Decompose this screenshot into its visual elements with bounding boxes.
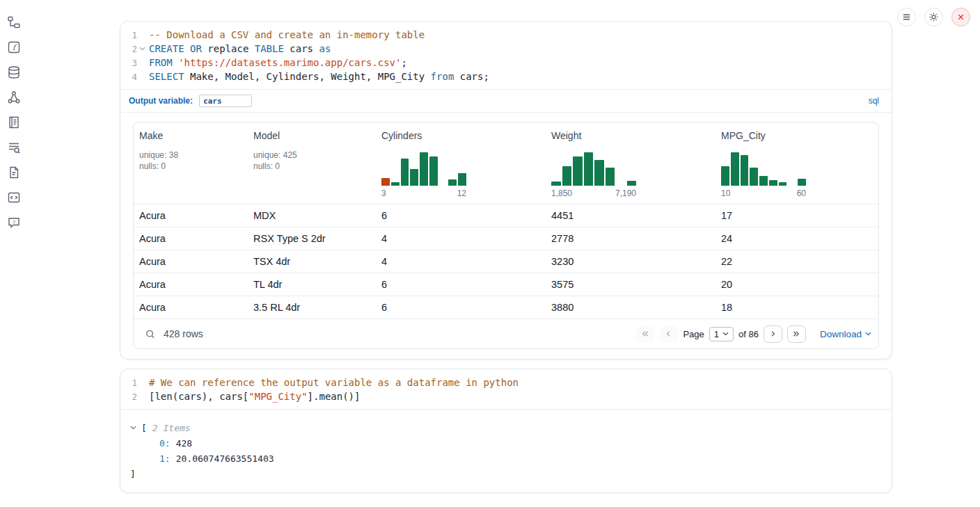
sql-code-editor[interactable]: 1-- Download a CSV and create an in-memo… [120, 22, 892, 90]
cell-value: TSX 4dr [248, 256, 376, 267]
menu-button[interactable] [897, 8, 916, 26]
line-number: 2 [120, 392, 137, 402]
cell-value: Acura [134, 210, 248, 221]
tree-entry: 0:428 [159, 435, 892, 451]
histogram-bar[interactable] [627, 181, 637, 186]
table-row[interactable]: AcuraRSX Type S 2dr4277824 [134, 227, 878, 250]
histogram-bar[interactable] [391, 182, 400, 186]
next-page-button[interactable] [764, 325, 782, 343]
histogram-bar[interactable] [584, 152, 594, 186]
tree-value: 20.060747663551403 [176, 453, 274, 464]
items-count: 2 Items [152, 423, 191, 433]
functions-icon[interactable]: f [6, 39, 22, 56]
snippets-icon[interactable] [6, 189, 22, 206]
download-button[interactable]: Download [820, 329, 871, 339]
database-icon[interactable] [6, 64, 22, 81]
histogram-bar[interactable] [750, 168, 758, 186]
code-line[interactable]: 2[len(cars), cars["MPG_City"].mean()] [120, 389, 892, 403]
code-text: # We can reference the output variable a… [148, 377, 519, 388]
table-body: AcuraMDX6445117AcuraRSX Type S 2dr427782… [134, 204, 878, 319]
histogram-bar[interactable] [779, 182, 787, 186]
code-text: SELECT Make, Model, Cylinders, Weight, M… [148, 71, 489, 82]
dependency-graph-icon[interactable] [6, 89, 22, 106]
documentation-icon[interactable] [6, 164, 22, 181]
code-line[interactable]: 3FROM 'https://datasets.marimo.app/cars.… [120, 56, 892, 70]
language-badge: sql [869, 96, 883, 106]
table-row[interactable]: Acura3.5 RL 4dr6388018 [134, 296, 878, 319]
histogram-bar[interactable] [721, 166, 729, 186]
table-header: Makeunique: 38nulls: 0Modelunique: 425nu… [134, 122, 878, 204]
histogram-bar[interactable] [731, 152, 739, 186]
code-text: -- Download a CSV and create an in-memor… [148, 29, 425, 40]
code-line[interactable]: 1-- Download a CSV and create an in-memo… [120, 28, 892, 42]
histogram-bar[interactable] [401, 159, 409, 186]
column-header-cylinders[interactable]: Cylinders312 [376, 122, 546, 204]
histogram-bar[interactable] [551, 182, 561, 186]
help-chat-icon[interactable]: ? [6, 214, 22, 231]
cell-value: 3230 [546, 256, 716, 267]
histogram-bar[interactable] [458, 173, 466, 186]
output-variable-input[interactable]: cars [199, 95, 252, 107]
table-row[interactable]: AcuraTL 4dr6357520 [134, 273, 878, 296]
logs-icon[interactable] [6, 139, 22, 156]
histogram-bar[interactable] [562, 166, 572, 186]
column-histogram[interactable] [381, 150, 466, 186]
histogram-bar[interactable] [410, 169, 418, 186]
column-name: Model [253, 130, 370, 141]
histogram-bar[interactable] [759, 176, 768, 186]
tree-key: 0: [159, 438, 171, 449]
cell-value: MDX [248, 210, 376, 221]
close-button[interactable] [951, 8, 970, 26]
search-icon[interactable] [141, 324, 160, 344]
histogram-bar[interactable] [448, 179, 457, 186]
fold-chevron-icon[interactable] [137, 47, 148, 51]
python-code-editor[interactable]: 1# We can reference the output variable … [120, 369, 892, 410]
cell-value: 6 [376, 210, 546, 221]
cell-value: TL 4dr [248, 279, 376, 290]
table-row[interactable]: AcuraMDX6445117 [134, 204, 878, 227]
histogram-bar[interactable] [420, 152, 428, 186]
cell-value: Acura [134, 233, 248, 244]
column-header-mpg_city[interactable]: MPG_City1060 [716, 122, 878, 204]
tree-value: 428 [176, 438, 192, 449]
histogram-bar[interactable] [769, 180, 777, 186]
histogram-bar[interactable] [594, 160, 604, 186]
column-header-model[interactable]: Modelunique: 425nulls: 0 [248, 122, 376, 204]
collapse-chevron-icon[interactable] [130, 426, 139, 430]
files-icon[interactable] [6, 14, 22, 31]
column-name: MPG_City [721, 130, 873, 141]
page-total: of 86 [738, 329, 759, 339]
code-line[interactable]: 4SELECT Make, Model, Cylinders, Weight, … [120, 70, 892, 83]
column-histogram[interactable] [551, 150, 636, 186]
code-line[interactable]: 2CREATE OR replace TABLE cars as [120, 42, 892, 56]
last-page-button[interactable] [787, 325, 806, 343]
first-page-button[interactable] [635, 325, 654, 343]
tree-entry: 1:20.060747663551403 [159, 451, 892, 466]
cell-value: 4 [376, 256, 546, 267]
page-select[interactable]: 1 [709, 327, 734, 341]
column-name: Cylinders [381, 130, 540, 141]
left-toolbar: f ? [6, 14, 22, 231]
cell-value: Acura [134, 256, 248, 267]
table-row[interactable]: AcuraTSX 4dr4323022 [134, 250, 878, 273]
tree-root: [ 2 Items [130, 420, 892, 435]
settings-gear-button[interactable] [924, 8, 943, 26]
table-footer: 428 rows Page 1 of 86 [134, 319, 878, 348]
cell-value: 3880 [546, 302, 716, 313]
histogram-bar[interactable] [798, 179, 806, 186]
histogram-bar[interactable] [606, 168, 615, 186]
line-number: 4 [120, 72, 137, 82]
histogram-bar[interactable] [429, 156, 438, 186]
column-header-make[interactable]: Makeunique: 38nulls: 0 [134, 122, 248, 204]
column-header-weight[interactable]: Weight1,8507,190 [546, 122, 716, 204]
column-name: Make [139, 130, 242, 141]
scratchpad-icon[interactable] [6, 114, 22, 131]
histogram-bar[interactable] [741, 155, 749, 186]
column-histogram[interactable] [721, 150, 806, 186]
histogram-bar[interactable] [381, 178, 390, 186]
line-number: 1 [120, 378, 137, 388]
download-label: Download [820, 329, 862, 339]
code-line[interactable]: 1# We can reference the output variable … [120, 376, 892, 389]
prev-page-button[interactable] [659, 325, 678, 343]
histogram-bar[interactable] [573, 156, 583, 186]
